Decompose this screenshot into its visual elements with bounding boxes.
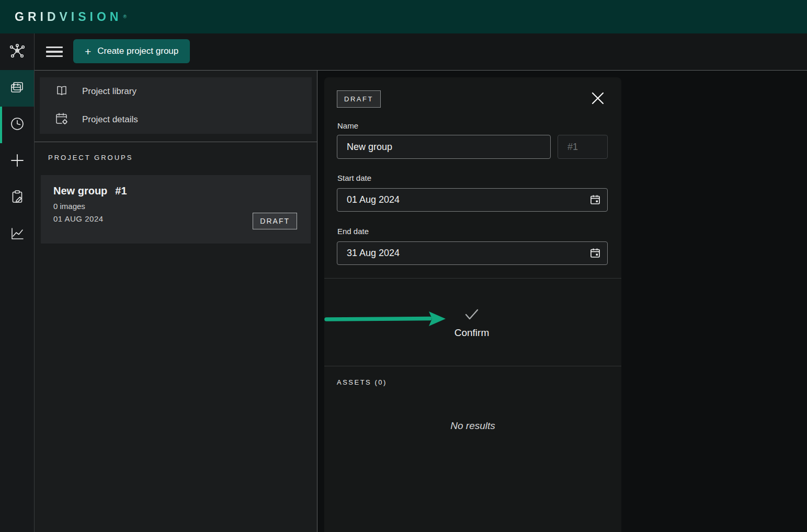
divider	[324, 366, 621, 366]
plus-icon	[9, 152, 26, 171]
status-badge: DRAFT	[253, 213, 297, 229]
start-date-picker-button[interactable]	[589, 194, 601, 206]
end-date-label: End date	[337, 227, 369, 236]
start-date-input[interactable]	[337, 188, 608, 212]
main-content: DRAFT Name Start date	[317, 71, 807, 532]
calendar-gear-icon	[54, 111, 69, 128]
registered-mark: ®	[123, 11, 127, 22]
calendar-icon	[589, 199, 601, 207]
group-detail-panel: DRAFT Name Start date	[324, 77, 621, 532]
confirm-label: Confirm	[454, 327, 490, 339]
start-date-field	[337, 188, 608, 212]
assets-heading: ASSETS (0)	[337, 378, 387, 386]
name-label: Name	[337, 121, 358, 130]
group-number: #1	[115, 185, 127, 196]
name-input[interactable]	[337, 135, 551, 159]
nav-item-label: Project library	[82, 86, 137, 97]
hamburger-icon	[46, 47, 63, 49]
close-button[interactable]	[589, 90, 607, 108]
sidebar-item-tasks[interactable]	[0, 180, 34, 216]
chart-line-icon	[9, 225, 26, 244]
check-icon	[463, 308, 480, 322]
panel-nav: Project library Project details	[40, 77, 312, 134]
network-icon	[9, 43, 25, 61]
clipboard-edit-icon	[9, 189, 26, 207]
icon-rail	[0, 33, 35, 532]
end-date-input[interactable]	[337, 241, 608, 265]
start-date-label: Start date	[337, 174, 371, 182]
end-date-picker-button[interactable]	[589, 247, 601, 260]
create-project-group-button[interactable]: + Create project group	[73, 39, 190, 63]
project-groups-heading: PROJECT GROUPS	[35, 142, 317, 161]
divider	[324, 278, 621, 279]
no-results-message: No results	[324, 420, 621, 432]
group-image-count: 0 images	[53, 202, 298, 211]
app-window: GRIDVISION ®	[0, 0, 807, 532]
project-group-card[interactable]: New group#1 0 images 01 AUG 2024 DRAFT	[41, 175, 311, 244]
nav-item-project-details[interactable]: Project details	[40, 106, 312, 134]
book-open-icon	[54, 83, 69, 100]
calendar-icon	[9, 79, 26, 98]
project-groups-panel: Project library Project details PROJECT	[35, 71, 317, 532]
clock-icon	[9, 115, 26, 134]
status-badge: DRAFT	[337, 90, 381, 108]
close-icon	[591, 91, 605, 107]
page-header: + Create project group	[35, 33, 807, 71]
card-title-row: New group#1	[53, 185, 298, 197]
plus-icon: +	[85, 46, 91, 57]
nav-item-label: Project details	[82, 114, 138, 125]
sidebar-item-network[interactable]	[0, 33, 34, 70]
end-date-field	[337, 241, 608, 265]
confirm-button[interactable]: Confirm	[435, 299, 508, 348]
sidebar-item-history[interactable]	[0, 107, 34, 143]
group-number-input[interactable]	[558, 135, 608, 159]
create-button-label: Create project group	[97, 46, 178, 56]
menu-toggle-button[interactable]	[46, 44, 64, 59]
group-title: New group	[53, 185, 107, 196]
top-bar: GRIDVISION ®	[0, 0, 807, 33]
sidebar-item-analytics[interactable]	[0, 216, 34, 253]
nav-item-project-library[interactable]: Project library	[40, 77, 312, 106]
sidebar-item-add[interactable]	[0, 143, 34, 180]
calendar-icon	[589, 252, 601, 260]
sidebar-item-projects[interactable]	[0, 70, 34, 107]
app-logo: GRIDVISION	[15, 10, 122, 24]
